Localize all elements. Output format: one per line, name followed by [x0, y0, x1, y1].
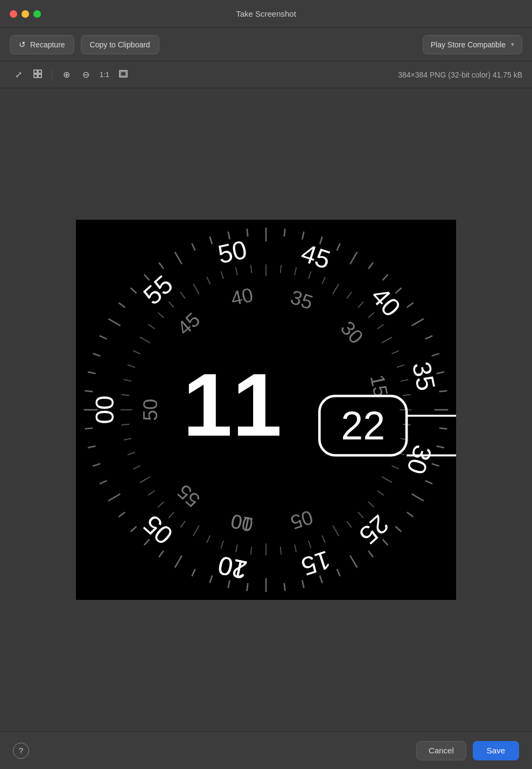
- ratio-button[interactable]: 1:1: [96, 67, 113, 82]
- title-bar: Take Screenshot: [0, 0, 532, 28]
- svg-text:50: 50: [139, 399, 162, 421]
- svg-text:35: 35: [407, 359, 441, 393]
- zoom-out-icon: ⊖: [82, 69, 89, 80]
- maximize-button[interactable]: [33, 10, 41, 18]
- watch-face: 50 45 55 40 00 35 05 30 10 25 15 20: [76, 220, 456, 600]
- svg-line-8: [284, 229, 285, 237]
- svg-rect-3: [38, 74, 41, 78]
- zoom-in-button[interactable]: ⊕: [58, 67, 75, 82]
- svg-text:50: 50: [215, 235, 249, 269]
- svg-rect-0: [34, 70, 37, 73]
- svg-rect-5: [121, 72, 126, 76]
- footer-actions: Cancel Save: [416, 741, 519, 760]
- frame-button[interactable]: [115, 67, 132, 82]
- grid-view-button[interactable]: [29, 67, 46, 82]
- separator: [52, 69, 52, 81]
- svg-text:40: 40: [229, 284, 255, 310]
- svg-text:00: 00: [90, 395, 119, 424]
- minimize-button[interactable]: [22, 10, 29, 18]
- svg-line-53: [85, 391, 93, 392]
- fit-icon: ⤢: [15, 69, 22, 80]
- frame-icon: [119, 70, 128, 80]
- zoom-out-button[interactable]: ⊖: [77, 67, 94, 82]
- copy-clipboard-button[interactable]: Copy to Clipboard: [81, 35, 159, 54]
- recapture-label: Recapture: [30, 40, 65, 49]
- play-store-dropdown[interactable]: Play Store Compatible ▾: [423, 35, 522, 54]
- image-info: 384×384 PNG (32-bit color) 41.75 kB: [398, 71, 522, 79]
- chevron-down-icon: ▾: [511, 41, 514, 48]
- grid-icon: [33, 69, 42, 80]
- svg-text:11: 11: [183, 355, 282, 455]
- svg-rect-1: [38, 70, 41, 73]
- zoom-in-icon: ⊕: [63, 69, 70, 80]
- svg-line-23: [439, 428, 447, 429]
- footer: ? Cancel Save: [0, 731, 532, 769]
- svg-line-21: [439, 391, 447, 392]
- recapture-icon: ↺: [19, 40, 26, 50]
- close-button[interactable]: [10, 10, 17, 18]
- dropdown-label: Play Store Compatible: [431, 40, 506, 49]
- svg-text:10: 10: [229, 510, 255, 536]
- help-button[interactable]: ?: [13, 743, 29, 759]
- copy-label: Copy to Clipboard: [90, 40, 150, 49]
- window-title: Take Screenshot: [236, 9, 296, 18]
- svg-line-51: [85, 428, 93, 429]
- fit-view-button[interactable]: ⤢: [10, 67, 27, 82]
- view-controls: ⤢ ⊕ ⊖ 1:1 384×384 PNG (32-bit color) 41.…: [0, 61, 532, 88]
- svg-line-66: [247, 229, 248, 237]
- svg-line-36: [284, 583, 285, 591]
- svg-rect-2: [34, 74, 37, 78]
- svg-text:20: 20: [215, 551, 249, 585]
- cancel-button[interactable]: Cancel: [416, 741, 466, 760]
- window-controls: [10, 10, 41, 18]
- help-icon: ?: [19, 746, 23, 755]
- save-button[interactable]: Save: [473, 741, 519, 760]
- ratio-icon: 1:1: [100, 71, 109, 79]
- svg-text:22: 22: [341, 403, 385, 448]
- svg-line-38: [247, 583, 248, 591]
- main-content: 50 45 55 40 00 35 05 30 10 25 15 20: [0, 88, 532, 731]
- recapture-button[interactable]: ↺ Recapture: [10, 35, 74, 54]
- toolbar: ↺ Recapture Copy to Clipboard Play Store…: [0, 28, 532, 61]
